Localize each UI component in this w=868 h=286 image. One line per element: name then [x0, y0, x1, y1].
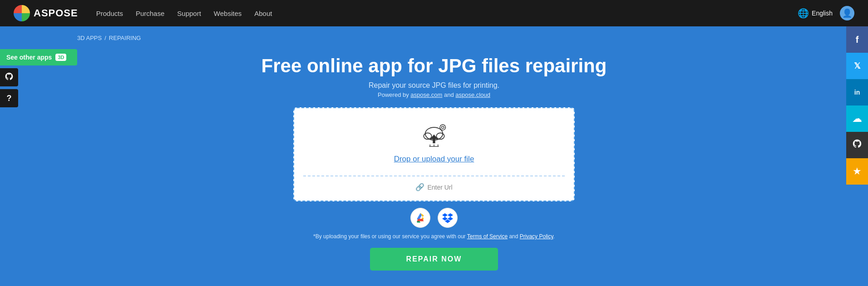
upload-box[interactable]: Drop or upload your file 🔗 Enter Url: [293, 107, 575, 201]
globe-icon: 🌐: [798, 8, 809, 19]
breadcrumb-parent[interactable]: 3D APPS: [77, 35, 102, 41]
nav-left: ASPOSE Products Purchase Support Website…: [14, 5, 272, 21]
enter-url-text: Enter Url: [427, 184, 452, 191]
svg-line-14: [440, 129, 441, 130]
aspose-cloud-link[interactable]: aspose.cloud: [455, 91, 490, 98]
help-icon: ?: [7, 94, 12, 103]
github-sidebar-button[interactable]: [0, 68, 18, 86]
facebook-icon: f: [856, 35, 859, 45]
powered-by: Powered by aspose.com and aspose.cloud: [378, 91, 490, 98]
terms-and: and: [508, 233, 520, 240]
facebook-share-button[interactable]: f: [846, 26, 868, 53]
cloud-provider-icons: [410, 208, 458, 228]
linkedin-share-button[interactable]: in: [846, 79, 868, 105]
terms-suffix: .: [553, 233, 555, 240]
nav-right: 🌐 English 👤: [798, 6, 854, 20]
repair-now-button[interactable]: REPAIR NOW: [370, 248, 498, 271]
svg-line-12: [444, 129, 445, 130]
star-button[interactable]: ★: [846, 158, 868, 185]
powered-by-and: and: [442, 91, 455, 98]
language-button[interactable]: 🌐 English: [798, 8, 833, 19]
nav-links: Products Purchase Support Websites About: [96, 10, 272, 17]
nav-about[interactable]: About: [254, 10, 272, 17]
star-icon: ★: [853, 166, 862, 177]
top-navigation: ASPOSE Products Purchase Support Website…: [0, 0, 868, 26]
breadcrumb: 3D APPS / REPAIRING: [0, 26, 868, 41]
main-content: 3D APPS / REPAIRING See other apps 3D ? …: [0, 26, 868, 286]
dropbox-button[interactable]: [438, 208, 458, 228]
github-icon: [5, 72, 14, 83]
nav-support[interactable]: Support: [177, 10, 201, 17]
terms-prefix: *By uploading your files or using our se…: [313, 233, 467, 240]
right-social-bar: f 𝕏 in ☁ ★: [846, 26, 868, 185]
terms-text: *By uploading your files or using our se…: [313, 233, 555, 240]
breadcrumb-current: REPAIRING: [109, 35, 141, 41]
language-label: English: [812, 10, 833, 17]
logo-icon: [14, 5, 30, 21]
see-other-label: See other apps: [6, 54, 52, 61]
twitter-share-button[interactable]: 𝕏: [846, 53, 868, 79]
nav-products[interactable]: Products: [96, 10, 123, 17]
cloud-share-button[interactable]: ☁: [846, 105, 868, 132]
drop-upload-text[interactable]: Drop or upload your file: [394, 155, 474, 164]
github-share-button[interactable]: [846, 132, 868, 158]
page-title: Free online app for JPG files repairing: [261, 55, 607, 77]
logo-text: ASPOSE: [34, 7, 78, 19]
twitter-icon: 𝕏: [854, 61, 861, 71]
help-sidebar-button[interactable]: ?: [0, 89, 18, 107]
linkedin-icon: in: [854, 89, 860, 96]
nav-websites[interactable]: Websites: [214, 10, 242, 17]
terms-of-service-link[interactable]: Terms of Service: [467, 233, 508, 240]
link-icon: 🔗: [415, 183, 424, 191]
url-divider: [303, 176, 565, 176]
logo[interactable]: ASPOSE: [14, 5, 78, 21]
aspose-com-link[interactable]: aspose.com: [410, 91, 442, 98]
google-drive-button[interactable]: [410, 208, 430, 228]
svg-line-13: [444, 125, 445, 125]
page-subtitle: Repair your source JPG files for printin…: [369, 81, 499, 90]
enter-url-row: 🔗 Enter Url: [415, 183, 452, 191]
nav-purchase[interactable]: Purchase: [136, 10, 164, 17]
user-icon: 👤: [842, 8, 852, 18]
center-section: Free online app for JPG files repairing …: [0, 41, 868, 271]
user-avatar[interactable]: 👤: [840, 6, 854, 20]
svg-line-11: [440, 125, 441, 125]
privacy-policy-link[interactable]: Privacy Policy: [520, 233, 553, 240]
cloud-icon: ☁: [852, 113, 862, 125]
left-sidebar: See other apps 3D ?: [0, 26, 77, 107]
upload-icon-area: [418, 122, 450, 151]
powered-by-prefix: Powered by: [378, 91, 410, 98]
see-other-badge: 3D: [55, 54, 66, 61]
see-other-apps-button[interactable]: See other apps 3D: [0, 49, 77, 65]
breadcrumb-separator: /: [104, 35, 106, 41]
svg-point-6: [442, 126, 444, 128]
github2-icon: [852, 139, 862, 151]
